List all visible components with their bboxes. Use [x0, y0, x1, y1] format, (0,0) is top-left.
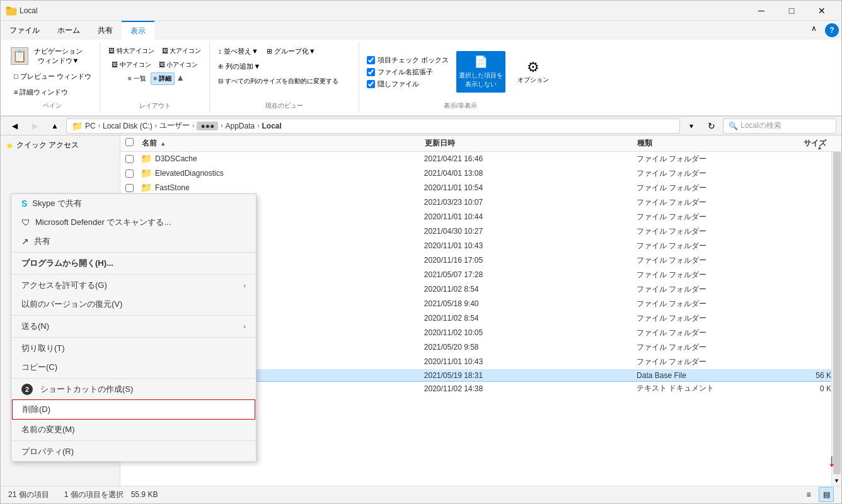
access-label: アクセスを許可する(G)	[21, 280, 107, 291]
up-button[interactable]: ▲	[46, 118, 64, 134]
refresh-button[interactable]: ↻	[703, 118, 720, 134]
tab-share[interactable]: 共有	[89, 21, 122, 40]
context-menu-item-delete[interactable]: 削除(D)	[12, 399, 255, 420]
ribbon-collapse-button[interactable]: ∧	[805, 21, 822, 36]
table-row[interactable]: 📁ElevatedDiagnostics 2021/04/01 13:08 ファ…	[120, 166, 841, 181]
status-bar: 21 個の項目 1 個の項目を選択 55.9 KB ≡ ▤	[1, 486, 841, 503]
context-menu-item-properties[interactable]: プロパティ(R)	[11, 442, 256, 461]
extension-checkbox-label[interactable]: ファイル名拡張子	[367, 67, 449, 77]
maximize-button[interactable]: □	[777, 1, 806, 21]
detail-button[interactable]: ≡ 詳細	[151, 72, 175, 85]
extension-checkbox[interactable]	[367, 68, 375, 76]
layout-scroll-up[interactable]: ▲	[176, 72, 185, 85]
path-user: ●●●	[197, 122, 218, 130]
submenu-arrow-icon: ›	[243, 282, 246, 289]
row-checkbox[interactable]	[125, 184, 134, 192]
tab-view[interactable]: 表示	[122, 21, 154, 40]
window-title: Local	[20, 6, 747, 15]
window: Local ─ □ ✕ ファイル ホーム 共有 表示 ∧ ? 📋 ナビゲーシ	[0, 0, 842, 504]
add-column-button[interactable]: ⊕ 列の追加▼	[215, 60, 263, 73]
tab-file[interactable]: ファイル	[1, 21, 49, 40]
resize-columns-button[interactable]: ⊟ すべての列のサイズを自動的に変更する	[215, 75, 342, 88]
type-column-header[interactable]: 種類	[637, 138, 778, 149]
context-separator	[11, 440, 256, 441]
context-menu-item-sendto[interactable]: 送る(N) ›	[11, 317, 256, 336]
minimize-button[interactable]: ─	[747, 1, 776, 21]
hidden-checkbox[interactable]	[367, 80, 375, 88]
hide-selected-button[interactable]: 📄 選択した項目を表示しない	[456, 51, 505, 93]
size-column-header[interactable]: サイズ	[778, 138, 841, 149]
title-bar-controls: ─ □ ✕	[747, 1, 836, 21]
address-path[interactable]: 📁 PC › Local Disk (C:) › ユーザー › ●●● › Ap…	[66, 118, 680, 134]
share-icon: ↗	[21, 236, 29, 246]
folder-icon: 📁	[141, 168, 153, 179]
context-separator	[11, 315, 256, 316]
star-icon: ★	[6, 140, 14, 151]
scroll-down-button[interactable]: ▼	[832, 476, 842, 486]
context-menu-item-defender[interactable]: 🛡 Microsoft Defender でスキャンする...	[11, 213, 256, 232]
context-menu-item-cut[interactable]: 切り取り(T)	[11, 339, 256, 358]
folder-icon	[6, 5, 17, 16]
shortcut-label: ショートカットの作成(S)	[40, 384, 133, 395]
dropdown-button[interactable]: ▾	[683, 118, 700, 134]
name-column-header[interactable]: 名前 ▲	[139, 138, 425, 149]
back-button[interactable]: ◀	[6, 118, 23, 134]
medium-icon-button[interactable]: 🖼 中アイコン	[108, 59, 154, 71]
detail-view-button[interactable]: ▤	[819, 487, 834, 502]
folder-icon: 📁	[141, 153, 153, 164]
path-pc: PC	[85, 122, 96, 130]
sidebar-item-quick-access[interactable]: ★ クイック アクセス	[1, 138, 120, 152]
list-view-button[interactable]: ≡	[801, 487, 816, 502]
options-button[interactable]: ⚙ オプション	[513, 54, 553, 90]
item-checkbox-label[interactable]: 項目チェック ボックス	[367, 55, 449, 65]
quick-access-label: クイック アクセス	[16, 140, 79, 151]
help-button[interactable]: ?	[825, 23, 839, 37]
context-menu-item-copy[interactable]: コピー(C)	[11, 358, 256, 377]
scroll-thumb[interactable]	[833, 147, 841, 474]
ribbon: ファイル ホーム 共有 表示 ∧ ? 📋 ナビゲーションウィンドウ▼ □ プレビ…	[1, 21, 841, 117]
copy-label: コピー(C)	[21, 362, 57, 373]
preview-pane-button[interactable]: □ プレビュー ウィンドウ	[11, 70, 95, 83]
hidden-checkbox-label[interactable]: 隠しファイル	[367, 79, 449, 89]
rename-label: 名前の変更(M)	[21, 424, 75, 435]
context-menu-item-restore[interactable]: 以前のバージョンの復元(V)	[11, 295, 256, 314]
date-column-header[interactable]: 更新日時	[425, 138, 637, 149]
pane-group-label: ペイン	[43, 99, 62, 110]
context-menu-item-shortcut[interactable]: 2 ショートカットの作成(S)	[11, 380, 256, 399]
row-checkbox[interactable]	[125, 169, 134, 178]
item-checkbox[interactable]	[367, 56, 375, 64]
context-menu-item-rename[interactable]: 名前の変更(M)	[11, 420, 256, 439]
nav-pane-button[interactable]: ナビゲーションウィンドウ▼	[31, 45, 86, 67]
path-users: ユーザー	[159, 120, 190, 131]
group-button[interactable]: ⊞ グループ化▼	[263, 45, 319, 58]
detail-pane-button[interactable]: ≡ 詳細ウィンドウ	[11, 86, 71, 99]
sendto-label: 送る(N)	[21, 321, 49, 332]
extra-large-icon-button[interactable]: 🖼 特大アイコン	[105, 45, 158, 57]
check-column-header	[120, 138, 139, 149]
svg-rect-2	[6, 6, 11, 9]
scrollbar[interactable]: ▲ ▼	[831, 135, 841, 486]
small-icon-button[interactable]: 🖼 小アイコン	[156, 59, 202, 71]
path-appdata: AppData	[225, 122, 255, 130]
table-row[interactable]: 📁D3DSCache 2021/04/21 16:46 ファイル フォルダー	[120, 152, 841, 166]
context-menu-item-open-with[interactable]: プログラムから開く(H)...	[11, 254, 256, 273]
current-view-buttons: ↕ 並べ替え▼ ⊞ グループ化▼ ⊕ 列の追加▼ ⊟ すべての列のサイズを自動的…	[215, 45, 354, 88]
context-menu-item-skype[interactable]: S Skype で共有	[11, 194, 256, 213]
large-icon-button[interactable]: 🖼 大アイコン	[159, 45, 205, 57]
sort-button[interactable]: ↕ 並べ替え▼	[215, 45, 261, 58]
context-menu-item-share[interactable]: ↗ 共有	[11, 232, 256, 251]
skype-icon: S	[21, 198, 27, 209]
tab-home[interactable]: ホーム	[49, 21, 89, 40]
select-all-checkbox[interactable]	[125, 138, 134, 146]
context-menu-item-access[interactable]: アクセスを許可する(G) ›	[11, 276, 256, 295]
folder-icon: 📁	[141, 182, 153, 193]
list-button[interactable]: ≡ 一覧	[125, 72, 149, 85]
forward-button[interactable]: ▶	[26, 118, 43, 134]
search-box[interactable]: 🔍 Localの検索	[723, 118, 836, 134]
context-menu: S Skype で共有 🛡 Microsoft Defender でスキャンする…	[11, 193, 257, 462]
close-button[interactable]: ✕	[807, 1, 836, 21]
submenu-arrow-icon: ›	[243, 323, 246, 330]
ribbon-group-layout: 🖼 特大アイコン 🖼 大アイコン 🖼 中アイコン 🖼 小アイコン ≡ 一覧 ≡ …	[100, 42, 211, 113]
properties-label: プロパティ(R)	[21, 446, 74, 457]
row-checkbox[interactable]	[125, 155, 134, 163]
